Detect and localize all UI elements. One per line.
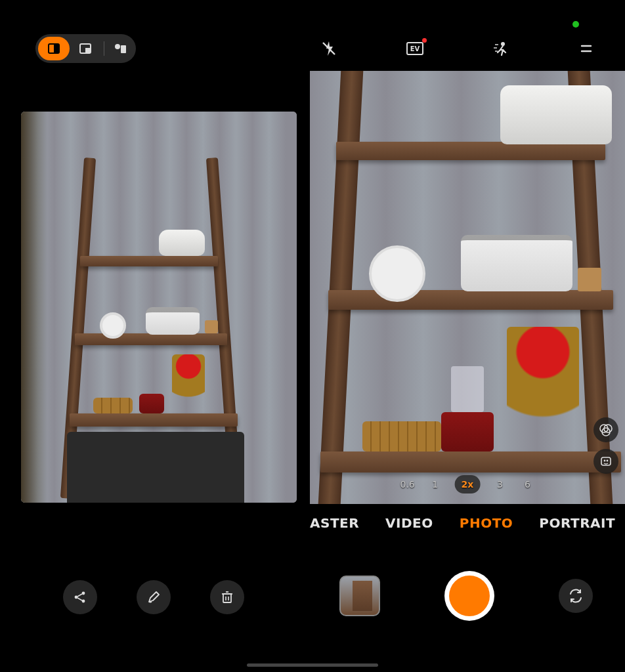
delete-button[interactable]	[210, 580, 244, 614]
menu-button[interactable]	[572, 34, 601, 63]
svg-point-16	[604, 460, 606, 462]
svg-line-22	[77, 598, 82, 600]
svg-line-21	[77, 594, 82, 597]
mode-master[interactable]: ASTER	[310, 515, 359, 531]
divider	[104, 41, 104, 56]
svg-rect-3	[85, 48, 90, 52]
zoom-2x[interactable]: 2x	[455, 475, 481, 494]
last-photo-thumbnail[interactable]	[339, 576, 380, 616]
filters-button[interactable]	[593, 417, 618, 442]
mode-portrait[interactable]: PORTRAIT	[539, 515, 615, 531]
ai-enhance-button[interactable]	[593, 449, 618, 474]
selfie-toggle-button[interactable]	[107, 37, 133, 60]
svg-point-4	[115, 44, 120, 49]
capture-bar	[307, 570, 625, 622]
zoom-3[interactable]: 3	[492, 479, 507, 490]
zoom-0.6[interactable]: 0.6	[400, 479, 416, 490]
zoom-6[interactable]: 6	[519, 479, 535, 490]
flash-off-button[interactable]	[314, 34, 343, 63]
left-view-toolbar	[35, 34, 136, 63]
camera-split-screen: EV	[0, 0, 625, 672]
right-camera-toolbar: EV	[307, 34, 609, 63]
zoom-1[interactable]: 1	[427, 479, 443, 490]
edit-button[interactable]	[137, 580, 171, 614]
ev-indicator-dot	[422, 38, 427, 43]
ev-button[interactable]: EV	[400, 34, 429, 63]
mode-photo[interactable]: PHOTO	[460, 515, 513, 531]
shutter-inner	[449, 576, 490, 616]
zoom-selector: 0.6 1 2x 3 6	[400, 475, 536, 494]
camera-active-indicator	[572, 21, 579, 28]
split-view-button[interactable]	[38, 37, 70, 60]
svg-rect-23	[223, 594, 231, 602]
svg-point-17	[607, 460, 609, 462]
mode-video[interactable]: VIDEO	[385, 515, 433, 531]
svg-text:EV: EV	[410, 45, 420, 52]
home-indicator	[247, 663, 378, 667]
shutter-button[interactable]	[444, 571, 494, 621]
preview-image	[21, 112, 297, 503]
viewfinder-pane[interactable]: 0.6 1 2x 3 6	[310, 71, 625, 504]
mode-selector[interactable]: ASTER VIDEO PHOTO PORTRAIT M	[307, 512, 625, 534]
viewfinder-image	[310, 71, 625, 504]
svg-rect-5	[121, 45, 126, 53]
svg-rect-1	[54, 44, 59, 53]
gallery-actions	[63, 580, 244, 614]
share-button[interactable]	[63, 580, 97, 614]
pip-view-button[interactable]	[70, 37, 101, 60]
switch-camera-button[interactable]	[559, 579, 593, 613]
motion-button[interactable]	[486, 34, 515, 63]
gallery-preview-pane[interactable]	[21, 112, 297, 503]
